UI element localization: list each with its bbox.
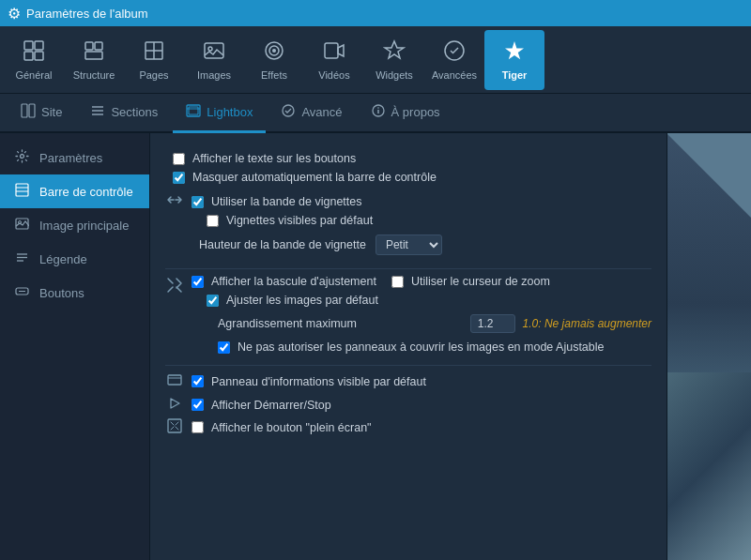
- top-toolbar: Général Structure Pages: [0, 26, 751, 94]
- sidebar-image-label: Image principale: [39, 219, 129, 233]
- apropos-nav-icon: [371, 103, 386, 122]
- nav-avance-label: Avancé: [301, 105, 342, 119]
- effets-icon: [263, 39, 285, 66]
- vignettes-visible-label: Vignettes visibles par défaut: [226, 214, 373, 227]
- divider-1: [165, 268, 651, 269]
- ajustement-section-icon: [165, 275, 184, 296]
- vignettes-visible-checkbox[interactable]: [207, 215, 219, 227]
- sidebar-barre[interactable]: Barre de contrôle: [0, 174, 149, 208]
- toolbar-structure-label: Structure: [73, 69, 115, 81]
- afficher-bascule-label: Afficher la bascule d'ajustement: [211, 275, 376, 288]
- svg-point-26: [377, 107, 379, 109]
- toolbar-pages-label: Pages: [139, 69, 168, 81]
- afficher-plein-label: Afficher le bouton "plein écran": [211, 421, 372, 434]
- hauteur-select[interactable]: Petit Moyen Grand: [376, 235, 442, 255]
- svg-point-11: [208, 47, 212, 51]
- svg-rect-6: [85, 52, 102, 59]
- utiliser-curseur-checkbox[interactable]: [391, 276, 404, 288]
- agrandissement-input[interactable]: [470, 314, 515, 333]
- title-bar: ⚙ Paramètres de l'album: [0, 0, 751, 26]
- nav-sections-label: Sections: [111, 105, 158, 119]
- ajuster-images-row: Ajuster les images par défaut: [192, 294, 651, 307]
- svg-rect-5: [95, 42, 102, 50]
- nav-site-label: Site: [41, 105, 62, 119]
- lightbox-nav-icon: [186, 103, 201, 122]
- vignettes-section: Utiliser la bande de vignettes Vignettes…: [165, 189, 651, 263]
- sections-nav-icon: [90, 103, 105, 122]
- svg-point-14: [272, 49, 276, 53]
- nav-site[interactable]: Site: [8, 94, 75, 133]
- ajuster-images-checkbox[interactable]: [207, 295, 219, 307]
- toolbar-widgets[interactable]: Widgets: [364, 30, 424, 90]
- svg-rect-0: [24, 41, 33, 50]
- toolbar-images-label: Images: [197, 69, 231, 81]
- sidebar-boutons[interactable]: Boutons: [0, 276, 149, 310]
- utiliser-bande-row: Utiliser la bande de vignettes: [192, 195, 651, 208]
- sidebar-legende[interactable]: Légende: [0, 242, 149, 276]
- toolbar-avancees[interactable]: Avancées: [424, 30, 484, 90]
- svg-rect-4: [85, 42, 93, 50]
- vignettes-section-icon: [165, 189, 184, 211]
- sidebar-legende-label: Légende: [39, 252, 87, 266]
- masquer-auto-row: Masquer automatiquement la barre de cont…: [165, 171, 651, 184]
- preview-shape: [667, 372, 751, 560]
- panneau-info-checkbox[interactable]: [192, 375, 204, 387]
- svg-rect-38: [168, 375, 181, 385]
- barre-icon: [13, 183, 30, 200]
- sidebar-parametres[interactable]: Paramètres: [0, 141, 149, 174]
- toolbar-videos-label: Vidéos: [318, 69, 349, 81]
- ne-pas-autoriser-row: Ne pas autoriser les panneaux à couvrir …: [192, 341, 651, 354]
- nav-avance[interactable]: Avancé: [268, 94, 355, 133]
- svg-rect-22: [189, 107, 198, 114]
- preview-panel: [667, 133, 751, 560]
- svg-rect-17: [29, 104, 35, 117]
- divider-2: [165, 365, 651, 366]
- utiliser-bande-checkbox[interactable]: [192, 196, 204, 208]
- avancees-icon: [443, 39, 466, 66]
- panneau-info-icon: [165, 371, 184, 391]
- agrandissement-row: Agrandissement maximum 1.0: Ne jamais au…: [192, 314, 651, 333]
- boutons-icon: [13, 284, 30, 301]
- masquer-auto-label: Masquer automatiquement la barre de cont…: [192, 171, 437, 184]
- title-bar-title: Paramètres de l'album: [26, 7, 148, 21]
- afficher-texte-label: Afficher le texte sur les boutons: [192, 152, 356, 165]
- afficher-demarrer-row: Afficher Démarrer/Stop: [165, 397, 651, 413]
- nav-lightbox[interactable]: Lightbox: [173, 94, 266, 133]
- main-layout: Paramètres Barre de contrôle Image pri: [0, 133, 751, 560]
- toolbar-structure[interactable]: Structure: [64, 30, 124, 90]
- afficher-demarrer-checkbox[interactable]: [192, 399, 204, 411]
- afficher-bascule-checkbox[interactable]: [192, 276, 204, 288]
- afficher-bascule-row: Afficher la bascule d'ajustement Utilise…: [192, 275, 651, 288]
- toolbar-videos[interactable]: Vidéos: [304, 30, 364, 90]
- toolbar-avancees-label: Avancées: [432, 69, 477, 81]
- sidebar-barre-label: Barre de contrôle: [39, 185, 133, 199]
- svg-rect-31: [16, 219, 28, 229]
- agrandissement-note: 1.0: Ne jamais augmenter: [523, 317, 651, 330]
- masquer-auto-checkbox[interactable]: [173, 172, 185, 184]
- legende-icon: [13, 250, 30, 267]
- ne-pas-autoriser-label: Ne pas autoriser les panneaux à couvrir …: [238, 341, 605, 354]
- ne-pas-autoriser-checkbox[interactable]: [218, 341, 230, 354]
- nav-apropos[interactable]: À propos: [358, 94, 453, 133]
- afficher-plein-checkbox[interactable]: [192, 421, 204, 433]
- vignettes-visible-row: Vignettes visibles par défaut: [192, 214, 651, 227]
- afficher-texte-checkbox[interactable]: [173, 153, 185, 165]
- nav-lightbox-label: Lightbox: [207, 105, 253, 119]
- general-icon: [23, 39, 45, 66]
- sidebar-parametres-label: Paramètres: [39, 151, 102, 165]
- sidebar-image[interactable]: Image principale: [0, 208, 149, 242]
- sidebar-boutons-label: Boutons: [39, 286, 84, 300]
- title-bar-icon: ⚙: [8, 5, 21, 23]
- site-nav-icon: [21, 103, 36, 122]
- utiliser-bande-label: Utiliser la bande de vignettes: [211, 195, 362, 208]
- toolbar-effets[interactable]: Effets: [244, 30, 304, 90]
- widgets-icon: [383, 39, 406, 66]
- toolbar-tiger[interactable]: Tiger: [484, 30, 544, 90]
- sidebar: Paramètres Barre de contrôle Image pri: [0, 133, 150, 560]
- toolbar-pages[interactable]: Pages: [124, 30, 184, 90]
- agrandissement-label: Agrandissement maximum: [218, 317, 467, 330]
- nav-sections[interactable]: Sections: [77, 94, 171, 133]
- svg-rect-2: [24, 52, 33, 60]
- toolbar-images[interactable]: Images: [184, 30, 244, 90]
- toolbar-general[interactable]: Général: [4, 30, 64, 90]
